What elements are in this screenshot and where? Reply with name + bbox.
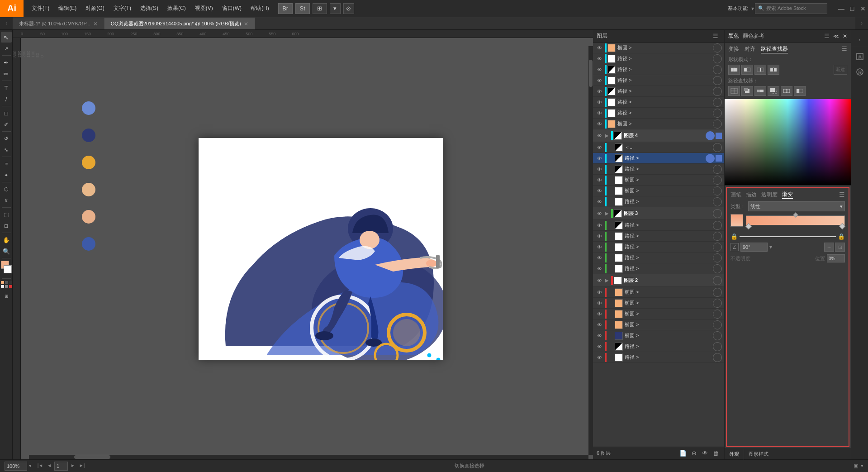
selection-tool[interactable]: ↖ bbox=[1, 32, 12, 43]
gradient-type-select[interactable]: 线性 ▾ bbox=[748, 201, 845, 211]
stroke-color[interactable] bbox=[4, 265, 12, 273]
brush-tab[interactable]: 画笔 bbox=[730, 191, 741, 199]
tab-scroll-right[interactable]: › bbox=[855, 17, 868, 29]
layer-group-4-target[interactable] bbox=[706, 131, 715, 140]
graph-tool[interactable]: ⬚ bbox=[1, 209, 12, 220]
menu-file[interactable]: 文件(F) bbox=[27, 0, 54, 17]
pf-minus-btn[interactable] bbox=[794, 86, 806, 96]
layer-item-path-4[interactable]: 👁 路径 > bbox=[593, 86, 724, 97]
layer-visibility-10[interactable]: 👁 bbox=[595, 153, 604, 164]
brush-icon-btn[interactable]: Br bbox=[278, 3, 293, 14]
zoom-input[interactable]: 100% bbox=[5, 462, 27, 471]
shape-add-btn[interactable] bbox=[728, 65, 740, 75]
layer-2-vis-5[interactable]: 👁 bbox=[595, 330, 604, 341]
layer-2-target-7[interactable] bbox=[713, 353, 722, 362]
layer-visibility-3[interactable]: 👁 bbox=[595, 64, 604, 75]
rotate-tool[interactable]: ↺ bbox=[1, 133, 12, 144]
layer-item-clip[interactable]: 👁 ＜... bbox=[593, 142, 724, 153]
eraser-tool[interactable]: ✐ bbox=[1, 119, 12, 130]
tab-qq-close[interactable]: ✕ bbox=[244, 21, 248, 27]
pf-trim-btn[interactable] bbox=[741, 86, 753, 96]
layer-3-vis-1[interactable]: 👁 bbox=[595, 220, 604, 231]
st-icon-btn[interactable]: St bbox=[295, 3, 310, 14]
layer-item-ellipse-2[interactable]: 👁 椭圆 > bbox=[593, 119, 724, 129]
make-new-layer-btn[interactable]: 📄 bbox=[678, 449, 688, 458]
text-tool[interactable]: T bbox=[1, 82, 12, 93]
layer-group-4-square[interactable] bbox=[716, 133, 722, 139]
menu-window[interactable]: 窗口(W) bbox=[218, 0, 246, 17]
color-ref-tab[interactable]: 颜色参考 bbox=[743, 32, 764, 40]
align-tab[interactable]: 对齐 bbox=[745, 45, 755, 53]
layer-2-vis-3[interactable]: 👁 bbox=[595, 309, 604, 319]
scrollbar-v-thumb[interactable] bbox=[589, 60, 593, 87]
nav-first[interactable]: |◄ bbox=[36, 462, 44, 470]
nav-last[interactable]: ►| bbox=[78, 462, 86, 470]
layer-2-vis-2[interactable]: 👁 bbox=[595, 298, 604, 309]
layer-2-ellipse-3[interactable]: 👁 椭圆 > bbox=[593, 309, 724, 319]
tab-scroll-left[interactable]: ‹ bbox=[0, 17, 13, 29]
swatch-5[interactable] bbox=[5, 285, 8, 288]
layer-visibility-1[interactable]: 👁 bbox=[595, 43, 604, 53]
layer-item-path-3[interactable]: 👁 路径 > bbox=[593, 75, 724, 86]
tab-qq-screenshot[interactable]: QQ浏览器截图20190929144005.png* @ 100% (RGB/预… bbox=[104, 18, 255, 29]
shape-subtract-btn[interactable] bbox=[741, 65, 753, 75]
pf-merge-btn[interactable] bbox=[754, 86, 766, 96]
shape-expand-btn[interactable]: 新建 bbox=[834, 65, 847, 75]
gradient-preview-thumb[interactable] bbox=[730, 214, 743, 227]
layer-visibility-14[interactable]: 👁 bbox=[595, 196, 604, 207]
layer-item-ellipse-3[interactable]: 👁 椭圆 > bbox=[593, 175, 724, 186]
zoom-arrow[interactable]: ▾ bbox=[29, 463, 32, 469]
menu-help[interactable]: 帮助(H) bbox=[246, 0, 274, 17]
layer-comp-btn[interactable]: 👁 bbox=[700, 449, 709, 458]
layer-target-9[interactable] bbox=[713, 143, 722, 152]
gradient-tab-item[interactable]: 渐变 bbox=[782, 191, 793, 199]
layer-2-vis-7[interactable]: 👁 bbox=[595, 352, 604, 363]
pf-crop-btn[interactable] bbox=[768, 86, 779, 96]
layer-3-target-1[interactable] bbox=[713, 221, 722, 230]
appearance-tab[interactable]: 外观 bbox=[725, 449, 744, 460]
nav-prev[interactable]: ◄ bbox=[45, 462, 53, 470]
line-tool[interactable]: / bbox=[1, 94, 12, 105]
layer-2-vis-6[interactable]: 👁 bbox=[595, 341, 604, 352]
pen-tool[interactable]: ✒ bbox=[1, 57, 12, 68]
layer-group-3-target[interactable] bbox=[713, 209, 722, 218]
layer-target-4[interactable] bbox=[713, 76, 722, 85]
gradient-tool[interactable]: ⬡ bbox=[1, 184, 12, 195]
layer-target-8[interactable] bbox=[713, 119, 722, 129]
brush-tool[interactable]: ✏ bbox=[1, 68, 12, 79]
layer-2-target-1[interactable] bbox=[713, 288, 722, 297]
pf-outline-btn[interactable] bbox=[781, 86, 792, 96]
main-canvas[interactable] bbox=[199, 138, 443, 360]
maximize-button[interactable]: □ bbox=[847, 4, 857, 14]
search-stock[interactable]: 🔍 搜索 Adobe Stock bbox=[755, 3, 827, 14]
layer-3-path-5[interactable]: 👁 路径 > bbox=[593, 263, 724, 274]
swatch-3[interactable] bbox=[9, 281, 12, 284]
color-panel-menu[interactable]: ☰ bbox=[824, 33, 830, 39]
menu-object[interactable]: 对象(O) bbox=[81, 0, 109, 17]
basic-function-label[interactable]: 基本功能 bbox=[725, 5, 750, 12]
layer-target-2[interactable] bbox=[713, 54, 722, 63]
layer-item-path-5[interactable]: 👁 路径 > bbox=[593, 97, 724, 108]
layers-panel-menu[interactable]: ☰ bbox=[711, 32, 720, 41]
artboard-tool-2[interactable]: ⊞ bbox=[1, 291, 12, 301]
gradient-menu-icon[interactable]: ☰ bbox=[839, 191, 845, 198]
gradient-lock-left-icon[interactable]: 🔒 bbox=[730, 233, 738, 240]
gradient-bar[interactable] bbox=[746, 215, 845, 225]
layer-visibility-5[interactable]: 👁 bbox=[595, 86, 604, 97]
layer-target-6[interactable] bbox=[713, 98, 722, 107]
layer-2-path-1[interactable]: 👁 路径 > bbox=[593, 341, 724, 352]
transform-panel-menu[interactable]: ☰ bbox=[842, 45, 847, 53]
layer-visibility-9[interactable]: 👁 bbox=[595, 142, 604, 153]
collapse-btn[interactable]: ≪ bbox=[833, 33, 839, 39]
layer-visibility-8[interactable]: 👁 bbox=[595, 119, 604, 129]
minimize-button[interactable]: — bbox=[836, 4, 846, 14]
artboard-tool[interactable]: ⊡ bbox=[1, 220, 12, 231]
layer-2-target-3[interactable] bbox=[713, 310, 722, 319]
layer-3-vis-5[interactable]: 👁 bbox=[595, 263, 604, 274]
figure-styles-tab[interactable]: 图形样式 bbox=[744, 449, 773, 460]
close-panel-btn[interactable]: ✕ bbox=[843, 33, 847, 39]
layer-item-path-selected[interactable]: 👁 路径 > bbox=[593, 153, 724, 164]
gradient-lock-right-icon[interactable]: 🔒 bbox=[838, 233, 845, 240]
pathfinder-tab[interactable]: 路径查找器 bbox=[761, 45, 788, 53]
layer-3-vis-4[interactable]: 👁 bbox=[595, 253, 604, 263]
